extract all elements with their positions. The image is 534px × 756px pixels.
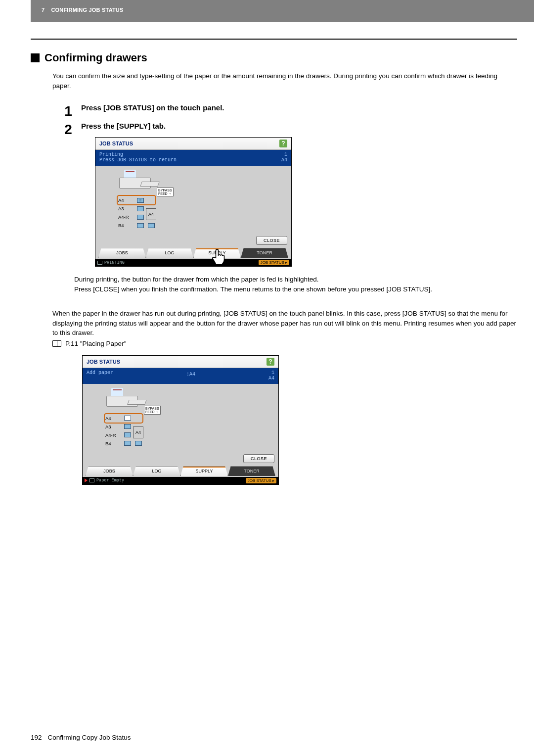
intro-paragraph: You can confirm the size and type-settin…	[52, 71, 517, 91]
tab-bar: JOBS LOG SUPPLY TONER	[98, 248, 288, 258]
step-title: Press the [SUPPLY] tab.	[81, 122, 517, 130]
alert-triangle-icon	[85, 478, 88, 482]
square-bullet-icon	[31, 53, 40, 62]
book-icon	[52, 340, 61, 347]
tab-toner[interactable]: TONER	[228, 466, 275, 476]
status-text: Printing	[99, 152, 177, 157]
paper-level-icon	[124, 441, 131, 446]
panel-body: BYPASS FEED → A4 A3 A4-R B4	[83, 384, 278, 452]
paper-level-icon	[137, 223, 144, 228]
panel-title-bar: JOB STATUS ?	[95, 138, 291, 150]
paper-level-icon	[124, 432, 131, 437]
bypass-feed-label[interactable]: BYPASS FEED →	[157, 188, 174, 196]
runout-paragraph: When the paper in the drawer has run out…	[52, 309, 517, 338]
job-status-panel-paper-empty: JOB STATUS ? Add paper :A4 1 A4	[82, 355, 279, 485]
job-status-badge[interactable]: JOB STATUS ▸	[246, 478, 276, 483]
drawer-row-b4[interactable]: B4	[118, 222, 155, 229]
panel-footer: PRINTING JOB STATUS ▸	[95, 259, 291, 266]
drawer-row-a4[interactable]: A4	[118, 196, 155, 204]
panel-title: JOB STATUS	[87, 359, 120, 365]
paper-level-icon	[148, 223, 155, 228]
status-text: Add paper	[87, 370, 113, 376]
tab-jobs[interactable]: JOBS	[86, 466, 133, 476]
panel-title-bar: JOB STATUS ?	[83, 356, 278, 368]
chapter-header: 7 CONFIRMING JOB STATUS	[31, 0, 534, 22]
status-center: :A4	[113, 370, 268, 381]
paper-level-icon	[137, 198, 144, 203]
printer-icon	[89, 478, 94, 482]
footer-section-title: Confirming Copy Job Status	[48, 734, 131, 741]
heading-2: Confirming drawers	[31, 51, 517, 64]
paper-empty-icon	[124, 416, 131, 421]
panel-body: BYPASS FEED → A4 A3 A4-R	[95, 166, 291, 234]
status-hint: Press JOB STATUS to return	[99, 157, 177, 163]
tab-jobs[interactable]: JOBS	[98, 248, 146, 258]
reference-text: P.11 "Placing Paper"	[65, 340, 126, 347]
paper-level-icon	[137, 206, 144, 211]
step-number: 2	[61, 122, 75, 272]
footer-status: Paper Empty	[96, 478, 124, 483]
help-icon[interactable]: ?	[267, 358, 274, 366]
tab-bar: JOBS LOG SUPPLY TONER	[86, 466, 275, 476]
side-drawer[interactable]: A4	[133, 426, 143, 438]
job-status-panel: JOB STATUS ? Printing Press JOB STATUS t…	[95, 137, 292, 267]
paper-level-icon	[137, 215, 144, 220]
followup-paragraph: During printing, the button for the draw…	[74, 275, 517, 294]
paper-level-icon	[135, 441, 142, 446]
chapter-title: CONFIRMING JOB STATUS	[51, 7, 123, 13]
job-status-badge[interactable]: JOB STATUS ▸	[259, 260, 289, 265]
status-count: 1	[281, 152, 287, 157]
cross-reference: P.11 "Placing Paper"	[52, 340, 517, 347]
drawer-row-a4[interactable]: A4	[105, 415, 142, 422]
printer-icon	[97, 261, 102, 265]
panel-status-bar: Printing Press JOB STATUS to return 1 A4	[95, 150, 291, 166]
bypass-feed-label[interactable]: BYPASS FEED →	[144, 406, 161, 415]
paper-level-icon	[124, 424, 131, 429]
tab-supply[interactable]: SUPPLY	[180, 466, 228, 476]
step-number: 1	[61, 103, 75, 119]
step-1: 1 Press [JOB STATUS] on the touch panel.	[61, 103, 517, 119]
footer-status: PRINTING	[104, 260, 125, 265]
step-title: Press [JOB STATUS] on the touch panel.	[81, 103, 517, 112]
chapter-number: 7	[42, 7, 44, 13]
close-button[interactable]: CLOSE	[243, 454, 274, 463]
tab-log[interactable]: LOG	[133, 466, 180, 476]
heading-text: Confirming drawers	[44, 51, 147, 64]
tab-log[interactable]: LOG	[146, 248, 193, 258]
panel-status-bar: Add paper :A4 1 A4	[83, 368, 278, 384]
panel-footer: Paper Empty JOB STATUS ▸	[83, 477, 278, 484]
close-button[interactable]: CLOSE	[256, 236, 287, 245]
status-paper: A4	[268, 376, 274, 381]
side-drawer[interactable]: A4	[146, 208, 156, 220]
drawer-row-b4[interactable]: B4	[105, 440, 142, 447]
step-2: 2 Press the [SUPPLY] tab. JOB STATUS ? P…	[61, 122, 517, 272]
page-number: 192	[31, 734, 42, 741]
hand-cursor-icon	[210, 247, 230, 267]
tab-toner[interactable]: TONER	[241, 248, 288, 258]
panel-title: JOB STATUS	[99, 141, 133, 146]
status-paper: A4	[281, 157, 287, 163]
help-icon[interactable]: ?	[279, 140, 287, 147]
page-footer: 192 Confirming Copy Job Status	[31, 734, 131, 741]
status-count: 1	[268, 370, 274, 376]
